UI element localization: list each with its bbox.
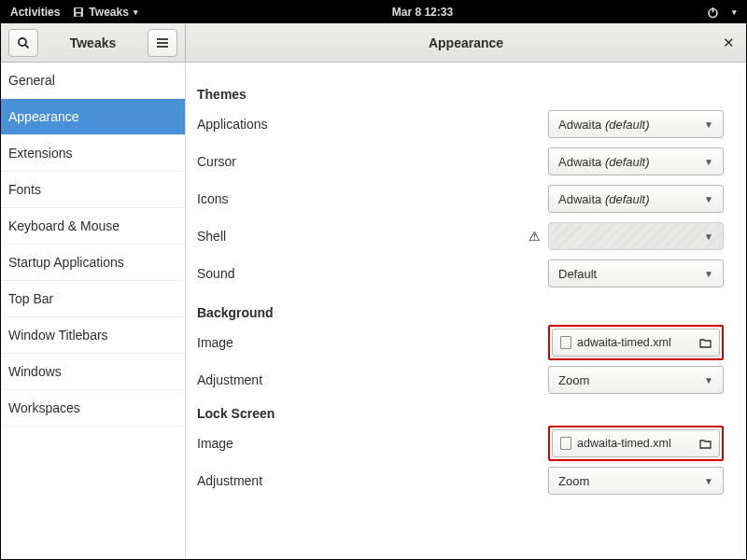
row-shell: Shell ⚠ ▼ — [195, 217, 724, 255]
row-cursor: Cursor Adwaita (default) ▼ — [195, 143, 724, 180]
headerbar-right: Appearance ✕ — [186, 23, 746, 62]
chevron-down-icon: ▾ — [134, 7, 138, 17]
sidebar-item-workspaces[interactable]: Workspaces — [1, 390, 185, 427]
folder-open-icon — [699, 439, 712, 449]
sidebar-item-fonts[interactable]: Fonts — [1, 172, 185, 208]
row-bg-image: Image adwaita-timed.xml — [195, 324, 724, 361]
search-icon — [17, 36, 30, 49]
row-bg-adjustment: Adjustment Zoom ▼ — [195, 361, 724, 399]
sidebar-item-appearance[interactable]: Appearance — [1, 99, 185, 135]
combo-suffix: (default) — [605, 155, 650, 169]
label-icons: Icons — [195, 191, 548, 206]
document-icon — [560, 437, 571, 450]
app-menu[interactable]: Tweaks ▾ — [73, 6, 137, 19]
chevron-down-icon: ▼ — [704, 119, 713, 130]
sidebar-item-windows[interactable]: Windows — [1, 354, 185, 390]
row-applications: Applications Adwaita (default) ▼ — [195, 105, 724, 143]
combo-ls-adjustment[interactable]: Zoom ▼ — [548, 467, 724, 495]
chevron-down-icon: ▼ — [704, 231, 713, 242]
hamburger-icon — [156, 37, 169, 49]
section-themes: Themes — [195, 87, 724, 102]
app-menu-label: Tweaks — [89, 6, 128, 19]
chevron-down-icon: ▼ — [704, 269, 713, 279]
row-sound: Sound Default ▼ — [195, 255, 724, 292]
search-button[interactable] — [8, 29, 38, 57]
warning-icon: ⚠ — [529, 229, 541, 244]
highlight-box: adwaita-timed.xml — [548, 426, 724, 461]
combo-value: Adwaita — [558, 118, 601, 132]
combo-suffix: (default) — [605, 192, 650, 206]
chevron-down-icon: ▼ — [704, 157, 713, 167]
combo-value: Zoom — [558, 474, 589, 488]
highlight-box: adwaita-timed.xml — [548, 325, 724, 360]
row-ls-image: Image adwaita-timed.xml — [195, 425, 724, 462]
sidebar-item-top-bar[interactable]: Top Bar — [1, 281, 185, 317]
chevron-down-icon: ▼ — [704, 375, 713, 385]
row-icons: Icons Adwaita (default) ▼ — [195, 180, 724, 217]
file-name: adwaita-timed.xml — [577, 437, 694, 450]
combo-value: Default — [558, 267, 597, 281]
section-lockscreen: Lock Screen — [195, 406, 724, 421]
sidebar-item-general[interactable]: General — [1, 63, 185, 99]
combo-value: Zoom — [558, 373, 589, 387]
svg-point-5 — [19, 38, 26, 46]
sidebar-item-keyboard-mouse[interactable]: Keyboard & Mouse — [1, 208, 185, 245]
label-bg-adjustment: Adjustment — [195, 372, 548, 387]
page-title: Appearance — [186, 35, 746, 50]
combo-value: Adwaita — [558, 192, 601, 206]
chevron-down-icon: ▼ — [704, 194, 713, 204]
power-menu[interactable] — [707, 7, 719, 19]
close-icon: ✕ — [723, 35, 735, 50]
sidebar-item-startup-applications[interactable]: Startup Applications — [1, 245, 185, 281]
combo-sound[interactable]: Default ▼ — [548, 259, 724, 287]
chevron-down-icon: ▾ — [732, 7, 737, 17]
label-ls-adjustment: Adjustment — [195, 473, 548, 488]
activities-button[interactable]: Activities — [10, 6, 60, 19]
clock[interactable]: Mar 8 12:33 — [392, 6, 453, 19]
section-background: Background — [195, 305, 724, 320]
sidebar-item-window-titlebars[interactable]: Window Titlebars — [1, 317, 185, 354]
gnome-topbar: Activities Tweaks ▾ Mar 8 12:33 ▾ — [1, 1, 746, 23]
combo-applications[interactable]: Adwaita (default) ▼ — [548, 110, 724, 138]
svg-rect-1 — [76, 8, 81, 12]
svg-line-6 — [25, 45, 29, 49]
combo-suffix: (default) — [605, 118, 650, 132]
combo-cursor[interactable]: Adwaita (default) ▼ — [548, 147, 724, 175]
label-sound: Sound — [195, 266, 548, 281]
label-ls-image: Image — [195, 436, 548, 451]
document-icon — [560, 336, 571, 349]
menu-button[interactable] — [148, 29, 177, 57]
close-button[interactable]: ✕ — [723, 35, 735, 51]
combo-icons[interactable]: Adwaita (default) ▼ — [548, 185, 724, 213]
label-applications: Applications — [195, 117, 548, 132]
sidebar: General Appearance Extensions Fonts Keyb… — [1, 63, 186, 559]
label-cursor: Cursor — [195, 154, 548, 169]
combo-bg-adjustment[interactable]: Zoom ▼ — [548, 366, 724, 394]
sidebar-item-extensions[interactable]: Extensions — [1, 135, 185, 172]
file-chooser-bg-image[interactable]: adwaita-timed.xml — [552, 329, 720, 357]
chevron-down-icon: ▼ — [704, 476, 713, 486]
power-icon — [707, 7, 719, 19]
row-ls-adjustment: Adjustment Zoom ▼ — [195, 462, 724, 499]
file-chooser-ls-image[interactable]: adwaita-timed.xml — [552, 429, 720, 457]
content-pane: Themes Applications Adwaita (default) ▼ … — [186, 63, 746, 559]
headerbar-left: Tweaks — [1, 23, 186, 62]
headerbar: Tweaks Appearance ✕ — [1, 23, 746, 63]
sidebar-title: Tweaks — [46, 35, 140, 50]
label-bg-image: Image — [195, 335, 548, 350]
combo-shell: ▼ — [548, 222, 724, 250]
file-name: adwaita-timed.xml — [577, 336, 694, 349]
combo-value: Adwaita — [558, 155, 601, 169]
save-icon — [73, 7, 84, 18]
label-shell: Shell — [195, 229, 528, 244]
folder-open-icon — [699, 338, 712, 348]
svg-rect-2 — [77, 14, 81, 17]
